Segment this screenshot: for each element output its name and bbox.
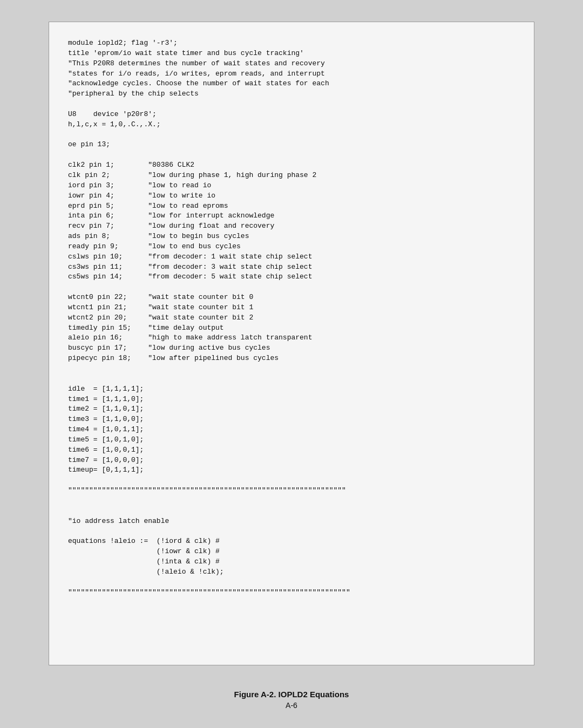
code-content: module iopld2; flag '-r3'; title 'eprom/… xyxy=(68,38,515,649)
figure-caption: Figure A-2. IOPLD2 Equations A-6 xyxy=(234,690,349,710)
page-container: module iopld2; flag '-r3'; title 'eprom/… xyxy=(0,0,583,728)
document-box: module iopld2; flag '-r3'; title 'eprom/… xyxy=(49,22,534,665)
caption-title: Figure A-2. IOPLD2 Equations xyxy=(234,690,349,699)
caption-page: A-6 xyxy=(234,701,349,710)
